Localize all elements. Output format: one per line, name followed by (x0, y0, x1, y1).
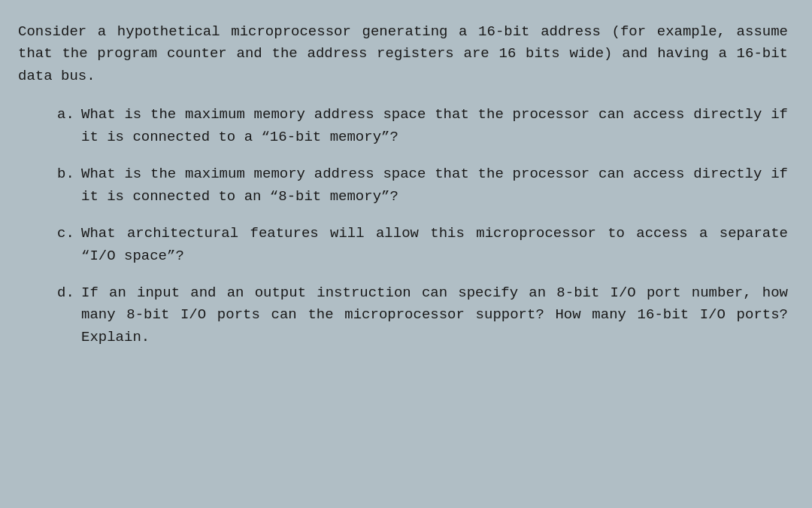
question-text-d: If an input and an output instruction ca… (81, 282, 788, 348)
question-label-a: a. (57, 104, 81, 126)
list-item: a. What is the maximum memory address sp… (57, 104, 788, 148)
question-text-b: What is the maximum memory address space… (81, 163, 788, 208)
question-label-d: d. (57, 282, 81, 304)
question-text-a: What is the maximum memory address space… (81, 104, 788, 148)
list-item: c. What architectural features will allo… (57, 223, 788, 267)
list-item: d. If an input and an output instruction… (57, 282, 788, 348)
question-label-b: b. (57, 163, 81, 185)
list-item: b. What is the maximum memory address sp… (57, 163, 788, 208)
question-text-c: What architectural features will allow t… (81, 223, 788, 267)
page-content: Consider a hypothetical microprocessor g… (0, 0, 812, 508)
question-label-c: c. (57, 223, 81, 245)
questions-list: a. What is the maximum memory address sp… (18, 104, 788, 348)
intro-paragraph: Consider a hypothetical microprocessor g… (18, 21, 788, 87)
